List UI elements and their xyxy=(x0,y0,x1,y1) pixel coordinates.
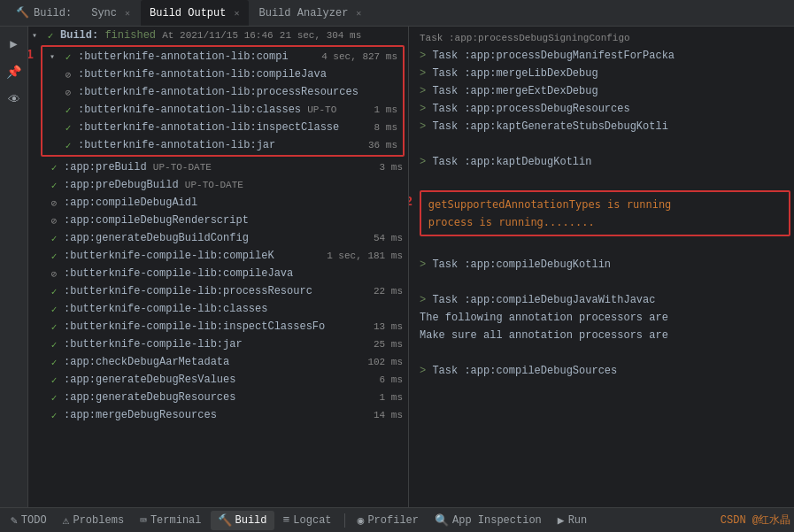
tab-sync[interactable]: Sync ✕ xyxy=(82,0,139,26)
tab-build-output-label: Build Output xyxy=(150,7,226,19)
task-row[interactable]: ✓ :butterknife-compile-lib:compileK 1 se… xyxy=(28,247,408,265)
top-tab-bar: 🔨 Build: Sync ✕ Build Output ✕ Build Ana… xyxy=(0,0,794,27)
task-row[interactable]: ✓ :butterknife-annotation-lib:inspectCla… xyxy=(42,119,403,136)
output-line: > Task :app:compileDebugJavaWithJavac xyxy=(409,291,794,309)
left-panel[interactable]: ▾ ✓ Build: finished At 2021/11/15 16:46 … xyxy=(28,27,409,507)
run-label: Run xyxy=(568,514,588,527)
task-time: 14 ms xyxy=(374,410,403,420)
task-row[interactable]: ✓ :butterknife-compile-lib:jar 25 ms xyxy=(28,335,408,353)
task-row[interactable]: ✓ :app:generateDebugResources 1 ms xyxy=(28,389,408,406)
sidebar-icon-pin[interactable]: 📌 xyxy=(4,62,24,81)
tab-build-label: Build: xyxy=(34,7,72,19)
status-icon: ✓ xyxy=(48,320,60,333)
build-icon: 🔨 xyxy=(16,6,29,19)
output-line xyxy=(409,344,794,362)
bottom-tab-build[interactable]: 🔨 Build xyxy=(211,511,274,530)
task-name: :app:generateDebugResources xyxy=(64,391,374,404)
profiler-label: Profiler xyxy=(367,514,419,527)
task-row[interactable]: ⊘ :butterknife-compile-lib:compileJava xyxy=(28,265,408,282)
tab-build-analyzer-label: Build Analyzer xyxy=(259,7,349,19)
status-icon: ✓ xyxy=(48,356,60,368)
task-time: 3 ms xyxy=(380,162,403,173)
task-row[interactable]: ✓ :butterknife-annotation-lib:classes UP… xyxy=(42,101,403,119)
bottom-tab-problems[interactable]: ⚠ Problems xyxy=(56,511,131,530)
highlighted-output-line: process is running........ xyxy=(428,213,782,231)
output-line: Task :app:processDebugSigningConfigo xyxy=(409,30,794,47)
output-line xyxy=(409,171,794,189)
task-time: 25 ms xyxy=(374,339,403,350)
bottom-tab-terminal[interactable]: ⌨ Terminal xyxy=(133,511,208,530)
tab-build-analyzer[interactable]: Build Analyzer ✕ xyxy=(251,0,371,26)
run-icon: ▶ xyxy=(558,513,565,528)
highlighted-output-line: getSupportedAnnotationTypes is running xyxy=(428,196,782,213)
output-line xyxy=(409,135,794,153)
status-icon: ✓ xyxy=(48,250,60,262)
annotation-2: 2 xyxy=(409,194,412,208)
sidebar-icon-build[interactable]: ▶ xyxy=(4,34,24,53)
output-line: > Task :app:processDebugResources xyxy=(409,100,794,118)
build-root-row[interactable]: ▾ ✓ Build: finished At 2021/11/15 16:46 … xyxy=(28,27,408,44)
bottom-tab-run[interactable]: ▶ Run xyxy=(551,511,594,530)
task-time: 13 ms xyxy=(374,321,403,332)
output-line: > Task :app:mergeLibDexDebug xyxy=(409,65,794,82)
task-row[interactable]: ✓ :app:checkDebugAarMetadata 102 ms xyxy=(28,353,408,371)
sidebar-icons: ▶ 📌 👁 xyxy=(0,27,28,507)
status-icon: ✓ xyxy=(62,121,74,134)
task-row[interactable]: ⊘ :app:compileDebugRenderscript xyxy=(28,212,408,229)
bottom-tab-logcat[interactable]: ≡ Logcat xyxy=(276,511,339,529)
task-row[interactable]: ⊘ :butterknife-annotation-lib:compileJav… xyxy=(42,66,403,83)
task-name: :butterknife-compile-lib:classes xyxy=(64,303,403,315)
bottom-tab-profiler[interactable]: ◉ Profiler xyxy=(351,511,426,530)
tab-build-output-close[interactable]: ✕ xyxy=(234,8,239,19)
output-line: > Task :app:kaptDebugKotlin xyxy=(409,153,794,171)
tab-sync-close[interactable]: ✕ xyxy=(125,8,130,19)
task-time: 1 sec, 181 ms xyxy=(327,251,403,261)
tab-build-analyzer-close[interactable]: ✕ xyxy=(356,8,361,19)
task-row[interactable]: ✓ :app:generateDebugResValues 6 ms xyxy=(28,371,408,389)
expand-arrow: ▾ xyxy=(50,51,62,62)
logcat-icon: ≡ xyxy=(283,513,290,527)
task-row[interactable]: ✓ :butterknife-compile-lib:inspectClasse… xyxy=(28,318,408,335)
task-row[interactable]: ✓ :app:preDebugBuild UP-TO-DATE xyxy=(28,176,408,194)
task-time: 22 ms xyxy=(374,286,403,297)
sidebar-icon-eye[interactable]: 👁 xyxy=(4,90,24,110)
task-row[interactable]: ✓ :butterknife-compile-lib:processResour… xyxy=(28,282,408,300)
task-name: :butterknife-annotation-lib:processResou… xyxy=(78,86,397,98)
build-root-label: Build: finished At 2021/11/15 16:46 21 s… xyxy=(60,29,403,42)
status-icon: ⊘ xyxy=(62,68,74,81)
task-name: :butterknife-compile-lib:compileJava xyxy=(64,267,403,280)
task-row[interactable]: ⊘ :app:compileDebugAidl xyxy=(28,194,408,212)
status-icon: ✓ xyxy=(48,391,60,404)
todo-icon: ✎ xyxy=(11,513,18,528)
tab-build-output[interactable]: Build Output ✕ xyxy=(141,0,248,26)
task-row[interactable]: ✓ :app:mergeDebugResources 14 ms xyxy=(28,406,408,424)
output-line xyxy=(409,274,794,291)
status-icon: ⊘ xyxy=(48,197,60,209)
task-row[interactable]: ✓ :app:preBuild UP-TO-DATE 3 ms xyxy=(28,158,408,176)
task-name: :butterknife-compile-lib:compileK xyxy=(64,250,321,262)
task-row[interactable]: ⊘ :butterknife-annotation-lib:processRes… xyxy=(42,83,403,101)
task-row[interactable]: ✓ :butterknife-compile-lib:classes xyxy=(28,300,408,318)
task-time: 102 ms xyxy=(367,357,403,367)
tab-sync-label: Sync xyxy=(91,7,117,19)
task-name: :butterknife-annotation-lib:compileJava xyxy=(78,68,397,81)
task-name: :butterknife-annotation-lib:jar xyxy=(78,139,363,151)
task-name: :app:mergeDebugResources xyxy=(64,409,368,421)
app-inspection-label: App Inspection xyxy=(452,514,542,527)
bottom-tab-app-inspection[interactable]: 🔍 App Inspection xyxy=(428,511,549,530)
task-name: :app:preDebugBuild UP-TO-DATE xyxy=(64,179,403,191)
output-line: The following annotation processors are xyxy=(409,309,794,327)
output-line xyxy=(409,238,794,256)
build-label: Build xyxy=(235,514,267,527)
bottom-tab-todo[interactable]: ✎ TODO xyxy=(4,511,54,530)
tab-build[interactable]: 🔨 Build: xyxy=(7,0,81,26)
task-row[interactable]: ✓ :butterknife-annotation-lib:jar 36 ms xyxy=(42,136,403,154)
bottom-right-author: CSDN @红水晶 xyxy=(721,513,790,528)
right-panel[interactable]: Task :app:processDebugSigningConfigo > T… xyxy=(409,27,794,507)
task-time: 1 ms xyxy=(374,104,397,115)
profiler-icon: ◉ xyxy=(358,513,365,528)
task-row[interactable]: ▾ ✓ :butterknife-annotation-lib:compi 4 … xyxy=(42,48,403,66)
status-icon: ✓ xyxy=(48,285,60,297)
task-row[interactable]: ✓ :app:generateDebugBuildConfig 54 ms xyxy=(28,229,408,247)
problems-label: Problems xyxy=(73,514,124,527)
